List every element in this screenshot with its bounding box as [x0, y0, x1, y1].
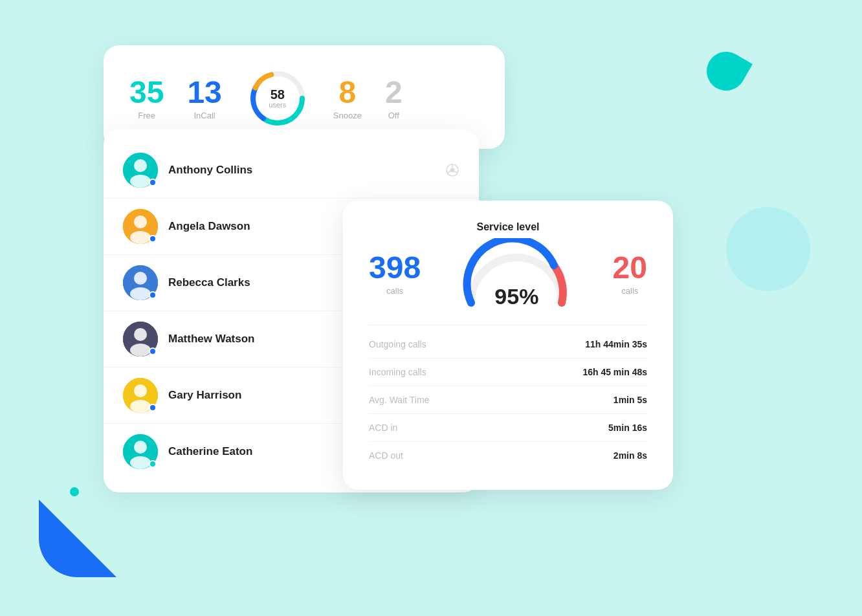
- status-dot: [149, 460, 157, 468]
- svg-point-8: [450, 168, 455, 173]
- right-calls-label: calls: [613, 286, 647, 296]
- avatar-wrap: [123, 153, 158, 188]
- svg-point-13: [134, 215, 147, 228]
- stat-incall: 13 InCall: [187, 77, 221, 120]
- stat-free: 35 Free: [129, 77, 164, 120]
- stats-value: 11h 44min 35s: [585, 339, 647, 349]
- donut-sub: users: [269, 101, 286, 109]
- svg-point-38: [134, 328, 147, 341]
- cards-wrapper: 35 Free 13 InCall 58: [104, 45, 751, 563]
- snooze-count: 8: [333, 77, 362, 108]
- service-level-card: Service level 398 calls 95% 20 calls: [343, 201, 673, 490]
- donut-center: 58 users: [269, 88, 286, 109]
- gauge-chart: 95%: [458, 238, 575, 309]
- stats-label: ACD in: [369, 423, 397, 433]
- stats-label: ACD out: [369, 450, 403, 461]
- svg-point-50: [134, 384, 147, 397]
- avatar-wrap: [123, 378, 158, 413]
- incall-count: 13: [187, 77, 221, 108]
- svg-point-68: [134, 441, 147, 454]
- stats-label: Outgoing calls: [369, 339, 426, 349]
- status-dot: [149, 179, 157, 186]
- donut-number: 58: [269, 88, 286, 101]
- stats-table-row: Incoming calls16h 45 min 48s: [369, 358, 647, 386]
- calls-right: 20 calls: [613, 252, 647, 296]
- gauge-percent: 95%: [494, 284, 538, 309]
- status-dot: [149, 404, 157, 412]
- svg-point-39: [130, 344, 151, 357]
- right-calls: 20: [613, 252, 647, 283]
- service-top: 398 calls 95% 20 calls: [369, 238, 647, 309]
- svg-line-11: [447, 171, 450, 173]
- snooze-label: Snooze: [333, 111, 362, 120]
- svg-point-6: [130, 175, 151, 188]
- svg-point-14: [130, 231, 151, 244]
- svg-point-26: [130, 287, 151, 300]
- free-count: 35: [129, 77, 164, 108]
- stats-label: Incoming calls: [369, 367, 426, 377]
- agent-icons: [445, 163, 459, 177]
- agent-name: Anthony Collins: [168, 164, 435, 177]
- stats-label: Avg. Wait Time: [369, 395, 429, 405]
- service-title: Service level: [369, 221, 647, 233]
- stats-table-row: Outgoing calls11h 44min 35s: [369, 331, 647, 358]
- avatar-wrap: [123, 265, 158, 300]
- free-label: Free: [129, 111, 164, 120]
- stats-table-row: ACD out2min 8s: [369, 442, 647, 469]
- left-calls: 398: [369, 252, 421, 283]
- incall-label: InCall: [187, 111, 221, 120]
- avatar-wrap: [123, 322, 158, 357]
- chrome-icon: [445, 163, 459, 177]
- left-calls-label: calls: [369, 286, 421, 296]
- stats-table-row: ACD in5min 16s: [369, 414, 647, 442]
- stats-value: 16h 45 min 48s: [582, 367, 647, 377]
- stats-value: 1min 5s: [613, 395, 647, 405]
- off-count: 2: [385, 77, 403, 108]
- stat-off: 2 Off: [385, 77, 403, 120]
- status-dot: [149, 291, 157, 299]
- stat-snooze: 8 Snooze: [333, 77, 362, 120]
- svg-point-69: [130, 456, 151, 469]
- status-dot: [149, 235, 157, 243]
- bg-dot: [70, 487, 79, 496]
- avatar-wrap: [123, 434, 158, 469]
- stats-value: 5min 16s: [608, 423, 647, 433]
- status-dot: [149, 347, 157, 355]
- svg-point-25: [134, 272, 147, 285]
- calls-left: 398 calls: [369, 252, 421, 296]
- stats-row: 35 Free 13 InCall 58: [129, 66, 479, 131]
- stats-table: Outgoing calls11h 44min 35sIncoming call…: [369, 325, 647, 469]
- svg-point-5: [134, 159, 147, 172]
- agent-row[interactable]: Anthony Collins: [104, 142, 479, 199]
- off-label: Off: [385, 111, 403, 120]
- donut-chart: 58 users: [245, 66, 310, 131]
- svg-line-10: [454, 171, 458, 173]
- avatar-wrap: [123, 209, 158, 244]
- stats-table-row: Avg. Wait Time1min 5s: [369, 386, 647, 414]
- stats-value: 2min 8s: [613, 450, 647, 461]
- svg-point-51: [130, 400, 151, 413]
